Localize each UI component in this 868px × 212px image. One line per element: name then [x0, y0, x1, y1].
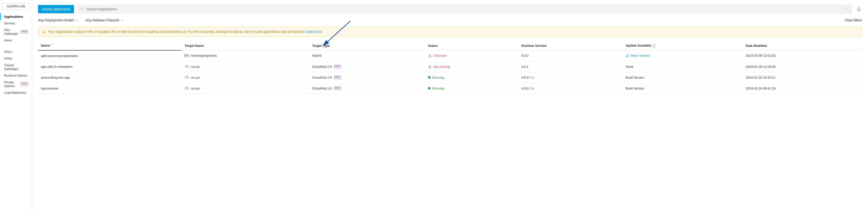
cell-name: app-with-3-schedulers [38, 61, 182, 72]
chevron-down-icon [75, 19, 79, 22]
cell-target-name: mc-ps [182, 83, 309, 94]
alert-text: Your organization is above 75% of a glob… [48, 30, 321, 34]
svg-line-1 [83, 10, 84, 11]
cell-runtime-version: 4.6.0:33e [518, 72, 623, 83]
cell-status: Running [425, 72, 518, 83]
cloud-icon [185, 65, 189, 68]
cloud-icon [185, 76, 189, 79]
cell-date-modified: 2023-03-08 11:02:42 [743, 50, 862, 61]
cell-name: autoscaling-test-app [38, 72, 182, 83]
table-row[interactable]: aplicacionconpropiedadestestreadproperti… [38, 50, 862, 61]
sidebar-item-transit-gateways[interactable]: Transit Gateways [0, 62, 32, 72]
warning-icon [626, 54, 629, 58]
cell-target-type: CloudHub 2.0 NEW [309, 72, 425, 83]
warning-icon [428, 65, 432, 68]
sidebar-item-label: Flex Gateways [4, 28, 19, 35]
cell-runtime-version: 4.6.0:33e [518, 83, 623, 94]
cell-status: Running [425, 83, 518, 94]
cell-date-modified: 2024-01-29 11:54:26 [743, 61, 862, 72]
sidebar-item-label: VPCs [4, 50, 12, 54]
table-row[interactable]: autoscaling-test-appmc-psCloudHub 2.0 NE… [38, 72, 862, 83]
new-badge: NEW [334, 76, 341, 79]
cell-name: aplicacionconpropiedades [38, 50, 182, 61]
main-content: Deploy application Any Deployment Model … [32, 0, 868, 212]
svg-point-15 [430, 67, 430, 68]
cell-target-type: CloudHub 2.0 NEW [309, 61, 425, 72]
sidebar-item-label: Load Balancers [4, 91, 26, 95]
notifications-icon[interactable] [856, 6, 862, 13]
sidebar-item-vpns[interactable]: VPNs [0, 55, 32, 62]
col-target-type[interactable]: Target Type [309, 41, 425, 50]
applications-table: Name⌃ Target Name Target Type Status Run… [38, 41, 862, 94]
cell-target-name: mc-ps [182, 61, 309, 72]
col-status[interactable]: Status [425, 41, 518, 50]
clear-search-icon[interactable] [844, 6, 849, 12]
sort-asc-icon: ⌃ [50, 44, 52, 47]
chevron-down-icon [120, 19, 124, 22]
sidebar-item-servers[interactable]: Servers [0, 20, 32, 27]
sidebar-item-label: Runtime Fabrics [4, 74, 27, 77]
svg-point-0 [81, 8, 83, 10]
filters-row: Any Deployment Model Any Release Channel… [38, 18, 862, 22]
cell-update-available[interactable]: Minor Version [623, 50, 743, 61]
sidebar-item-vpcs[interactable]: VPCs [0, 48, 32, 55]
col-date-modified[interactable]: Date Modified [743, 41, 862, 50]
deploy-button[interactable]: Deploy application [38, 5, 74, 13]
cell-update-available: Build Version [623, 72, 743, 83]
search-input[interactable] [84, 5, 844, 13]
sidebar-item-applications[interactable]: Applications [0, 13, 32, 20]
release-channel-filter[interactable]: Any Release Channel [86, 18, 124, 22]
sidebar-item-label: Servers [4, 22, 15, 25]
org-selector[interactable]: ALVARO-LAB [2, 3, 30, 10]
cell-update-available: Build Version [623, 83, 743, 94]
limit-alert: Your organization is above 75% of a glob… [38, 27, 862, 37]
sidebar-item-label: VPNs [4, 57, 12, 60]
status-dot-icon [428, 76, 431, 79]
table-row[interactable]: app-with-3-schedulersmc-psCloudHub 2.0 N… [38, 61, 862, 72]
sidebar-item-label: Alerts [4, 38, 12, 42]
cell-status: Unknown [425, 50, 518, 61]
cell-target-type: CloudHub 2.0 NEW [309, 83, 425, 94]
sidebar-item-flex-gateways[interactable]: Flex GatewaysNEW [0, 27, 32, 37]
cell-target-name: mc-ps [182, 72, 309, 83]
topbar: Deploy application [38, 4, 862, 14]
cell-runtime-version: 4.4.1 [518, 61, 623, 72]
server-icon [185, 54, 189, 58]
warning-icon [428, 54, 432, 58]
cell-date-modified: 2024-01-29 10:43:11 [743, 72, 862, 83]
cell-name: hpa-remove [38, 83, 182, 94]
status-dot-icon [428, 87, 431, 90]
sidebar-item-runtime-fabrics[interactable]: Runtime Fabrics [0, 72, 32, 79]
cell-target-name: testreadproperties [182, 50, 309, 61]
sidebar: ALVARO-LAB ApplicationsServersFlex Gatew… [0, 0, 32, 212]
cell-runtime-version: 4.4.0 [518, 50, 623, 61]
new-badge: NEW [334, 86, 341, 90]
sidebar-item-load-balancers[interactable]: Load Balancers [0, 89, 32, 96]
col-name[interactable]: Name⌃ [38, 41, 182, 50]
deployment-model-label: Any Deployment Model [38, 18, 74, 22]
clear-filters-link[interactable]: Clear filters [844, 18, 862, 22]
sidebar-item-private-spaces[interactable]: Private SpacesNEW [0, 79, 32, 89]
new-badge: NEW [21, 30, 28, 34]
cell-date-modified: 2024-01-18 08:41:29 [743, 83, 862, 94]
table-row[interactable]: hpa-removemc-psCloudHub 2.0 NEWRunning4.… [38, 83, 862, 94]
col-runtime-version[interactable]: Runtime Version [518, 41, 623, 50]
svg-point-9 [185, 56, 186, 57]
col-update-available[interactable]: Update Available! [623, 41, 743, 50]
nav-group-1: ApplicationsServersFlex GatewaysNEWAlert… [0, 13, 32, 44]
sidebar-item-label: Applications [4, 15, 23, 19]
sidebar-item-label: Transit Gateways [4, 63, 28, 71]
sidebar-item-alerts[interactable]: Alerts [0, 37, 32, 44]
cell-update-available: None [623, 61, 743, 72]
sidebar-item-label: Private Spaces [4, 80, 19, 88]
cell-status: Not running [425, 61, 518, 72]
col-target-name[interactable]: Target Name [182, 41, 309, 50]
cloud-icon [185, 86, 189, 90]
deployment-model-filter[interactable]: Any Deployment Model [38, 18, 79, 22]
nav-group-2: VPCsVPNsTransit GatewaysRuntime FabricsP… [0, 48, 32, 96]
info-icon: ! [652, 44, 656, 47]
release-channel-label: Any Release Channel [86, 18, 119, 22]
search-container [78, 4, 852, 14]
new-badge: NEW [334, 65, 341, 68]
learn-more-link[interactable]: Learn more [305, 30, 321, 34]
